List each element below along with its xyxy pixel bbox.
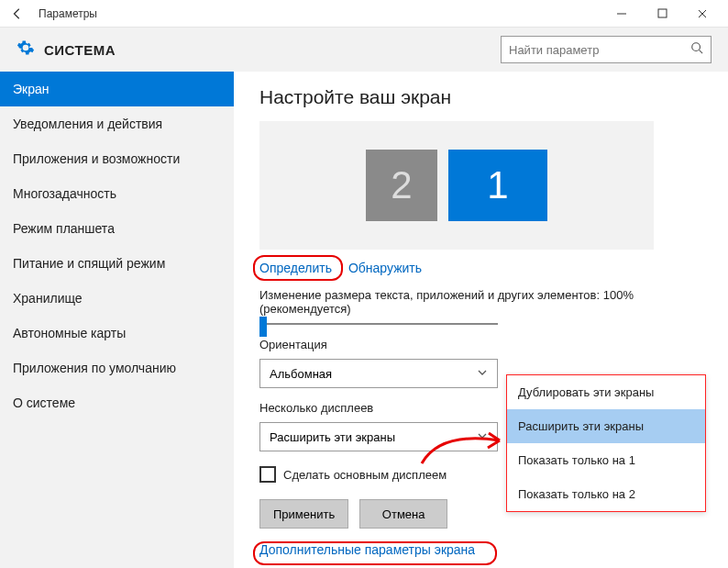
monitor-1[interactable]: 1 [448, 150, 547, 221]
chevron-down-icon [477, 430, 488, 444]
close-button[interactable] [682, 0, 722, 28]
svg-rect-1 [658, 9, 667, 17]
scale-slider[interactable] [259, 323, 498, 325]
sidebar-item-power[interactable]: Питание и спящий режим [0, 246, 234, 281]
cancel-button[interactable]: Отмена [359, 499, 447, 529]
monitor-2[interactable]: 2 [366, 150, 437, 221]
back-button[interactable] [6, 2, 29, 26]
apply-button[interactable]: Применить [259, 499, 348, 529]
svg-line-3 [700, 50, 703, 54]
gear-icon [17, 39, 35, 61]
detect-link[interactable]: Обнаружить [348, 261, 422, 275]
multiple-displays-select[interactable]: Расширить эти экраны [259, 422, 498, 451]
maximize-button[interactable] [642, 0, 682, 28]
dropdown-option-only1[interactable]: Показать только на 1 [507, 443, 705, 477]
page-title: Настройте ваш экран [259, 86, 710, 108]
scale-label: Изменение размера текста, приложений и д… [259, 288, 710, 316]
sidebar-item-tablet[interactable]: Режим планшета [0, 211, 234, 246]
identify-link[interactable]: Определить [259, 261, 332, 275]
window-title: Параметры [39, 7, 97, 20]
section-title: СИСТЕМА [44, 42, 116, 58]
minimize-button[interactable] [601, 0, 642, 28]
header: СИСТЕМА [0, 28, 728, 72]
sidebar-item-about[interactable]: О системе [0, 385, 234, 420]
sidebar-item-storage[interactable]: Хранилище [0, 281, 234, 316]
slider-thumb[interactable] [259, 317, 267, 337]
multiple-displays-dropdown: Дублировать эти экраны Расширить эти экр… [506, 374, 706, 512]
search-input[interactable] [509, 43, 690, 57]
multiple-displays-value: Расширить эти экраны [270, 430, 395, 444]
titlebar: Параметры [0, 0, 728, 28]
search-icon [690, 41, 703, 58]
display-preview: 2 1 [259, 121, 654, 250]
svg-point-2 [692, 43, 700, 51]
orientation-select[interactable]: Альбомная [259, 359, 498, 388]
sidebar-item-default-apps[interactable]: Приложения по умолчанию [0, 351, 234, 385]
make-primary-label: Сделать основным дисплеем [283, 468, 447, 482]
advanced-settings-link[interactable]: Дополнительные параметры экрана [259, 542, 475, 557]
orientation-label: Ориентация [259, 338, 710, 351]
sidebar-item-display[interactable]: Экран [0, 72, 234, 106]
dropdown-option-only2[interactable]: Показать только на 2 [507, 477, 705, 511]
sidebar-item-notifications[interactable]: Уведомления и действия [0, 106, 234, 141]
dropdown-option-duplicate[interactable]: Дублировать эти экраны [507, 375, 705, 409]
dropdown-option-extend[interactable]: Расширить эти экраны [507, 409, 705, 443]
sidebar: Экран Уведомления и действия Приложения … [0, 72, 234, 568]
chevron-down-icon [477, 367, 488, 381]
sidebar-item-offline-maps[interactable]: Автономные карты [0, 316, 234, 351]
search-box[interactable] [501, 36, 711, 63]
orientation-value: Альбомная [270, 367, 332, 381]
sidebar-item-apps[interactable]: Приложения и возможности [0, 141, 234, 176]
sidebar-item-multitasking[interactable]: Многозадачность [0, 176, 234, 211]
make-primary-checkbox[interactable] [259, 466, 276, 483]
